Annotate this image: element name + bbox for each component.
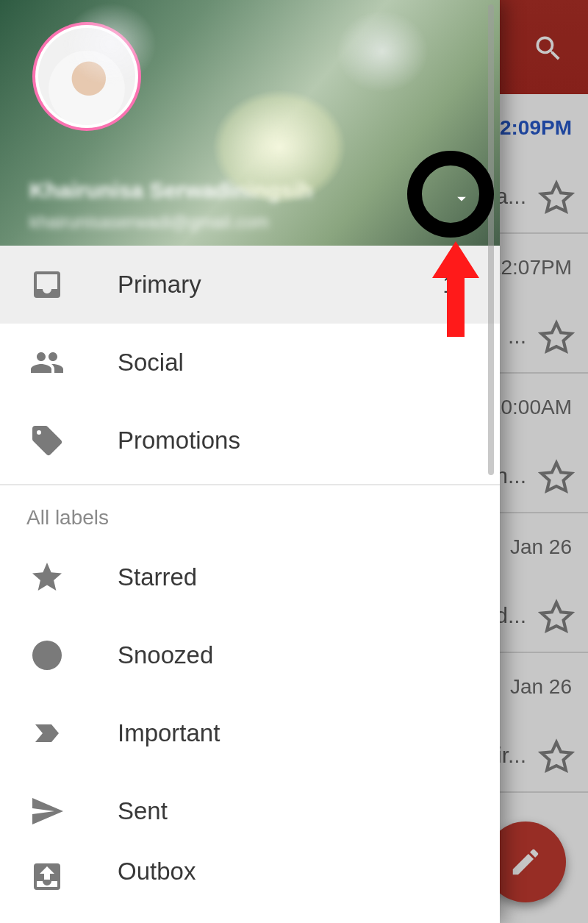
star-filled-icon	[28, 558, 66, 596]
section-title-all-labels: All labels	[0, 485, 500, 538]
row-time: 10:00AM	[490, 396, 572, 419]
star-icon[interactable]	[538, 459, 575, 496]
row-time: Jan 26	[510, 535, 572, 559]
nav-item-label: Important	[118, 719, 220, 747]
nav-item-snoozed[interactable]: Snoozed	[0, 616, 500, 694]
nav-item-promotions[interactable]: Promotions	[0, 402, 500, 480]
row-snippet: d...	[495, 603, 526, 628]
nav-item-label: Sent	[118, 797, 168, 825]
nav-item-label: Snoozed	[118, 641, 213, 669]
star-icon[interactable]	[538, 179, 575, 216]
row-snippet: ...	[508, 324, 526, 349]
pencil-icon	[509, 845, 542, 879]
important-icon	[28, 714, 66, 752]
search-icon[interactable]	[532, 32, 564, 65]
send-icon	[28, 792, 66, 830]
row-time: 12:09PM	[488, 116, 572, 140]
account-name: Khairunisa Serwadiningsih	[29, 178, 312, 203]
scrollbar[interactable]	[488, 4, 494, 475]
nav-item-starred[interactable]: Starred	[0, 538, 500, 616]
drawer-nav: Primary 1 Social Promotions All labels	[0, 246, 500, 923]
outbox-icon	[28, 858, 66, 896]
nav-item-label: Promotions	[118, 427, 240, 455]
nav-item-label: Starred	[118, 563, 197, 591]
row-time: 12:07PM	[490, 256, 572, 279]
drawer-header: Khairunisa Serwadiningsih khairunisaserw…	[0, 0, 500, 246]
nav-item-label: Outbox	[118, 858, 196, 885]
nav-item-label: Social	[118, 349, 184, 377]
nav-item-important[interactable]: Important	[0, 694, 500, 772]
star-icon[interactable]	[538, 738, 575, 775]
inbox-icon	[28, 266, 66, 304]
clock-icon	[28, 636, 66, 674]
account-email: khairunisaserwadi@gmail.com	[29, 212, 269, 232]
nav-item-count: 1	[442, 271, 456, 299]
people-icon	[28, 343, 66, 382]
star-icon[interactable]	[538, 319, 575, 356]
star-icon[interactable]	[538, 599, 575, 635]
tag-icon	[28, 421, 66, 460]
avatar[interactable]	[32, 22, 141, 131]
navigation-drawer: Khairunisa Serwadiningsih khairunisaserw…	[0, 0, 500, 923]
row-time: Jan 26	[510, 675, 572, 699]
nav-item-sent[interactable]: Sent	[0, 772, 500, 850]
nav-item-social[interactable]: Social	[0, 324, 500, 402]
chevron-down-icon	[451, 188, 472, 209]
nav-item-label: Primary	[118, 271, 201, 299]
nav-item-outbox[interactable]: Outbox	[0, 850, 500, 894]
account-switcher-toggle[interactable]	[451, 188, 472, 209]
nav-item-primary[interactable]: Primary 1	[0, 246, 500, 324]
